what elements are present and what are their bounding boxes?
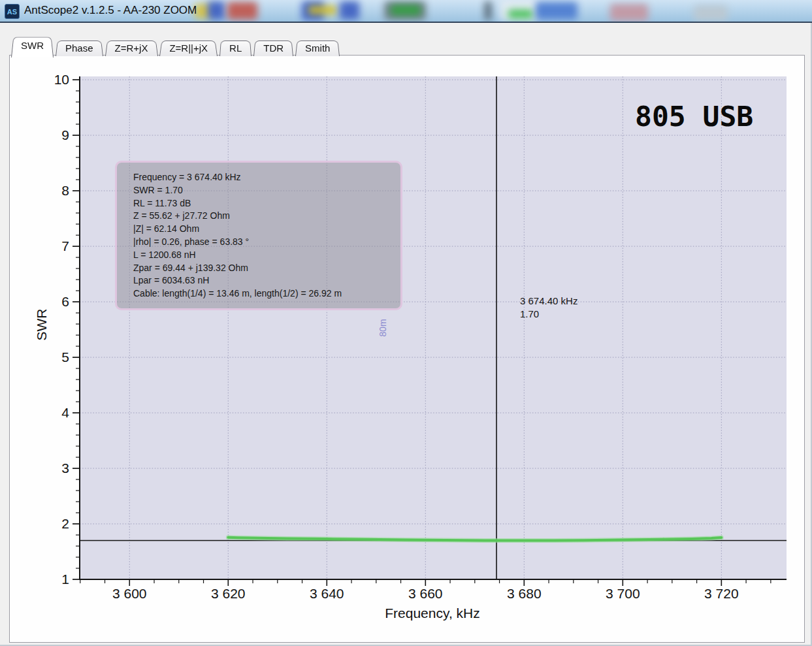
swr-chart-plot[interactable]: 3 6003 6203 6403 6603 6803 7003 72012345… (0, 0, 812, 646)
info-line: Lpar = 6034.63 nH (133, 274, 400, 287)
y-tick-label: 1 (61, 572, 69, 587)
info-line: Z = 55.62 + j27.72 Ohm (133, 210, 400, 223)
tab-label: Smith (305, 42, 330, 54)
x-tick-label: 3 660 (408, 586, 443, 601)
x-tick-label: 3 680 (507, 586, 542, 601)
x-axis-title: Frequency, kHz (385, 606, 480, 621)
cursor-swr: 1.70 (520, 308, 577, 321)
tab-label: Z=R||+jX (169, 42, 208, 54)
y-tick-label: 3 (61, 460, 69, 476)
y-tick-label: 8 (61, 183, 69, 198)
tab-z-rpar-jx[interactable]: Z=R||+jX (159, 39, 218, 56)
x-tick-label: 3 600 (112, 586, 147, 601)
x-tick-label: 3 620 (211, 586, 246, 601)
tab-bar: SWRPhaseZ=R+jXZ=R||+jXRLTDRSmith (11, 36, 340, 56)
y-tick-label: 7 (61, 238, 69, 253)
info-line: Cable: length(1/4) = 13.46 m, length(1/2… (133, 287, 400, 300)
tab-phase[interactable]: Phase (56, 39, 103, 56)
info-line: |rho| = 0.26, phase = 63.83 ° (133, 236, 400, 249)
info-line: L = 1200.68 nH (133, 249, 400, 262)
y-tick-label: 5 (61, 349, 69, 364)
x-tick-label: 3 700 (606, 586, 640, 601)
tab-label: Phase (65, 42, 93, 54)
tab-swr[interactable]: SWR (11, 35, 54, 57)
x-tick-label: 3 640 (310, 586, 344, 601)
tab-label: TDR (263, 42, 284, 54)
y-axis-title: SWR (34, 309, 50, 341)
band-label: 80m (378, 319, 388, 336)
tab-z-r-jx[interactable]: Z=R+jX (105, 39, 158, 56)
tab-label: RL (229, 42, 242, 54)
tab-label: Z=R+jX (115, 42, 148, 54)
tab-rl[interactable]: RL (219, 39, 252, 56)
cursor-readout: 3 674.40 kHz 1.70 (520, 295, 577, 321)
y-tick-label: 2 (61, 516, 69, 531)
tab-tdr[interactable]: TDR (253, 39, 293, 56)
info-line: Frequency = 3 674.40 kHz (133, 171, 400, 184)
annotation-text: 805 USB (635, 100, 753, 133)
cursor-frequency: 3 674.40 kHz (520, 295, 577, 308)
info-line: |Z| = 62.14 Ohm (133, 223, 400, 236)
info-line: RL = 11.73 dB (133, 197, 400, 210)
tab-smith[interactable]: Smith (295, 39, 340, 56)
plot-background (80, 76, 787, 579)
info-line: Zpar = 69.44 + j139.32 Ohm (133, 262, 400, 275)
x-tick-label: 3 720 (704, 586, 739, 601)
tab-label: SWR (21, 40, 44, 51)
y-tick-label: 10 (54, 72, 69, 87)
measurement-info-box: Frequency = 3 674.40 kHzSWR = 1.70RL = 1… (115, 161, 402, 310)
y-tick-label: 6 (61, 294, 69, 309)
y-tick-label: 9 (61, 127, 69, 142)
y-tick-label: 4 (61, 405, 69, 420)
info-line: SWR = 1.70 (133, 184, 400, 197)
